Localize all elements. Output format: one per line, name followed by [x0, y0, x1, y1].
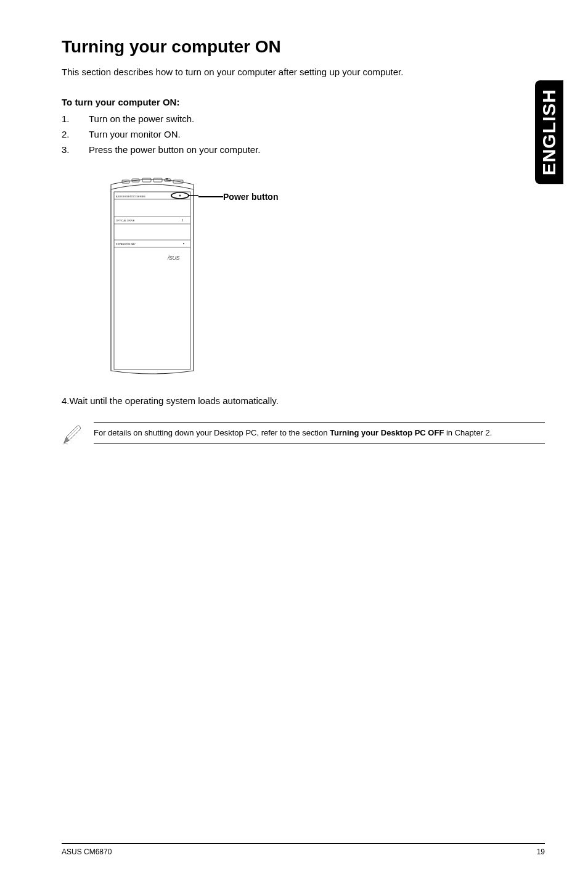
note-pre: For details on shutting down your Deskto… [94, 428, 330, 437]
note-pencil-icon [62, 424, 83, 445]
svg-point-10 [179, 195, 181, 197]
optical-drive-label: OPTICAL DRIVE [116, 219, 135, 222]
svg-rect-5 [166, 178, 168, 179]
page-footer: ASUS CM6870 19 [62, 843, 545, 856]
note-text: For details on shutting down your Deskto… [94, 422, 545, 444]
side-language-tab: ENGLISH [535, 80, 563, 184]
steps-list: 1. Turn on the power switch. 2. Turn you… [62, 113, 545, 155]
step-1: 1. Turn on the power switch. [62, 113, 545, 124]
step-num: 4. [62, 395, 70, 406]
desktop-tower-illustration: ASUS ESSENTIO SERIES OPTICAL DRIVE EXPAN… [106, 173, 198, 377]
step-text: Turn on the power switch. [89, 113, 194, 124]
step-text: Turn your monitor ON. [89, 129, 181, 139]
step-num: 3. [62, 144, 89, 155]
svg-rect-2 [142, 178, 151, 182]
step-text: Press the power button on your computer. [89, 144, 261, 155]
step-num: 2. [62, 129, 89, 139]
series-label: ASUS ESSENTIO SERIES [116, 195, 145, 198]
callout-line [198, 196, 223, 197]
note-post: in Chapter 2. [444, 428, 492, 437]
step-2: 2. Turn your monitor ON. [62, 129, 545, 139]
power-button-callout: Power button [198, 192, 278, 202]
step-4: 4. Wait until the operating system loads… [62, 395, 545, 406]
note-block: For details on shutting down your Deskto… [62, 422, 545, 445]
power-button-label: Power button [223, 192, 278, 202]
tower-illustration-block: ASUS ESSENTIO SERIES OPTICAL DRIVE EXPAN… [106, 173, 545, 377]
footer-page-number: 19 [537, 848, 545, 856]
asus-logo: /SUS [167, 255, 180, 261]
page-title: Turning your computer ON [62, 37, 545, 57]
step-text: Wait until the operating system loads au… [70, 395, 279, 406]
step-3: 3. Press the power button on your comput… [62, 144, 545, 155]
note-bold: Turning your Desktop PC OFF [330, 428, 444, 437]
step-num: 1. [62, 113, 89, 124]
expansion-bay-label: EXPANSION BAY [116, 242, 136, 245]
intro-text: This section describes how to turn on yo… [62, 67, 545, 77]
svg-point-16 [183, 243, 184, 244]
footer-left: ASUS CM6870 [62, 848, 112, 856]
svg-rect-3 [153, 178, 162, 182]
subheading: To turn your computer ON: [62, 97, 545, 107]
